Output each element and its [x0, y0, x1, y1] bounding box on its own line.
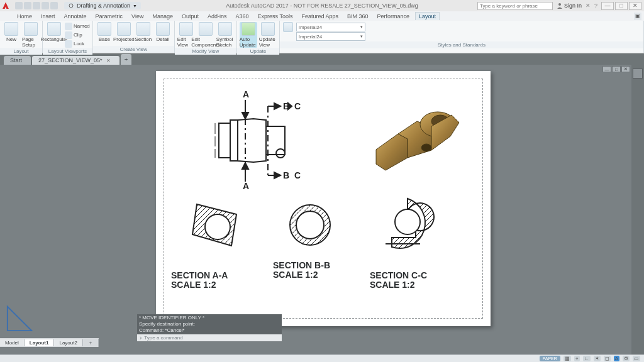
window-close[interactable]: ✕	[629, 2, 641, 10]
osnap-toggle-icon[interactable]: ◻	[604, 356, 611, 361]
tab-home[interactable]: Home	[14, 13, 35, 20]
panel-create-view: Base Projected Section Detail Create Vie…	[93, 21, 175, 53]
app-logo[interactable]	[0, 0, 11, 11]
vp-close[interactable]: ✕	[621, 66, 630, 72]
tab-layout[interactable]: Layout	[415, 12, 440, 20]
ucs-icon[interactable]	[5, 303, 35, 336]
doc-tab-current[interactable]: 27_SECTION_VIEW_05*✕	[32, 56, 119, 65]
qat-undo-icon[interactable]	[42, 2, 49, 9]
doc-tab-new[interactable]: ＋	[121, 54, 131, 65]
tab-featured[interactable]: Featured Apps	[298, 13, 341, 20]
lock-vp-button[interactable]: Lock	[65, 40, 90, 48]
tab-output[interactable]: Output	[179, 13, 202, 20]
space-toggle[interactable]: PAPER	[540, 356, 560, 361]
new-layout-button[interactable]: New	[3, 22, 20, 42]
quick-access-toolbar[interactable]	[15, 2, 58, 9]
update-view-button[interactable]: Update View	[259, 22, 277, 48]
layout-tab-layout2[interactable]: Layout2	[54, 339, 82, 346]
svg-marker-25	[288, 103, 292, 109]
tab-view[interactable]: View	[128, 13, 147, 20]
ribbon-collapse-icon[interactable]: ▣	[634, 13, 641, 20]
panel-title: Update	[237, 48, 279, 55]
styles-manager-button[interactable]	[282, 22, 294, 32]
document-tabs: Start 27_SECTION_VIEW_05*✕ ＋	[0, 53, 644, 65]
viewport-window-controls: — □ ✕	[602, 66, 630, 72]
svg-text:B: B	[283, 170, 289, 180]
qat-save-icon[interactable]	[33, 2, 40, 9]
ortho-toggle-icon[interactable]: ∟	[583, 356, 591, 361]
layout-tabs: Model Layout1 Layout2 ＋	[0, 338, 99, 347]
polar-toggle-icon[interactable]: ✶	[594, 356, 601, 361]
help-search-input[interactable]	[477, 2, 553, 10]
vp-restore[interactable]: □	[612, 66, 621, 72]
tab-manage[interactable]: Manage	[149, 13, 176, 20]
tab-express[interactable]: Express Tools	[255, 13, 296, 20]
svg-point-0	[69, 4, 73, 8]
drawing-area[interactable]: — □ ✕	[0, 65, 644, 354]
workspace-icon[interactable]: ⚙	[623, 356, 630, 361]
detail-view-button[interactable]: Detail	[154, 22, 172, 42]
detail-style-combo[interactable]: Imperial24	[296, 32, 365, 41]
sign-in-button[interactable]: Sign In	[557, 3, 582, 9]
panel-title: Modify View	[175, 48, 236, 55]
tab-insert[interactable]: Insert	[38, 13, 58, 20]
svg-point-5	[276, 149, 285, 158]
layout-tab-model[interactable]: Model	[0, 339, 25, 346]
qat-open-icon[interactable]	[24, 2, 31, 9]
command-input[interactable]: Type a command	[137, 334, 282, 341]
workspace-label: Drafting & Annotation	[77, 3, 130, 9]
section-style-combo[interactable]: Imperial24	[296, 23, 365, 31]
tab-bim360[interactable]: BIM 360	[344, 13, 372, 20]
window-minimize[interactable]: —	[601, 2, 614, 10]
navigation-bar[interactable]	[631, 65, 644, 354]
user-icon	[557, 3, 563, 9]
viewcube-icon[interactable]	[633, 69, 643, 79]
help-icon[interactable]: ?	[594, 3, 597, 9]
vp-minimize[interactable]: —	[602, 66, 611, 72]
layout-tab-layout1[interactable]: Layout1	[25, 339, 55, 346]
doc-tab-start[interactable]: Start	[4, 56, 31, 65]
svg-point-31	[296, 211, 324, 239]
symbol-sketch-button[interactable]: Symbol Sketch	[216, 22, 234, 48]
exchange-icon[interactable]: ✕	[586, 3, 591, 9]
named-vp-button[interactable]: Named	[65, 22, 90, 30]
projected-view-button[interactable]: Projected	[115, 22, 133, 42]
page-setup-button[interactable]: Page Setup	[22, 22, 40, 48]
tab-parametric[interactable]: Parametric	[92, 13, 126, 20]
window-maximize[interactable]: □	[615, 2, 628, 10]
parent-view-drawing: A A B B C C	[194, 89, 301, 189]
panel-layout: New Page Setup Layout	[0, 21, 43, 53]
anno-scale-icon[interactable]: A	[614, 356, 619, 361]
qat-redo-icon[interactable]	[50, 2, 58, 9]
auto-update-button[interactable]: Auto Update	[240, 22, 257, 48]
panel-modify-view: Edit View Edit Components Symbol Sketch …	[175, 21, 237, 53]
layout-tab-add[interactable]: ＋	[83, 339, 99, 347]
ribbon-tabs: Home Insert Annotate Parametric View Man…	[0, 11, 644, 21]
panel-title: Styles and Standards	[280, 41, 643, 48]
grid-toggle-icon[interactable]: ▦	[564, 356, 571, 361]
rectangular-viewport-button[interactable]: Rectangular	[45, 22, 63, 42]
status-bar: PAPER ▦ ⌖ ∟ ✶ ◻ A ⚙ ▭	[0, 354, 644, 362]
edit-components-button[interactable]: Edit Components	[197, 22, 214, 48]
workspace-switcher[interactable]: Drafting & Annotation ▼	[64, 2, 141, 9]
section-b-drawing	[279, 197, 341, 253]
close-icon[interactable]: ✕	[106, 58, 111, 63]
section-a-label: SECTION A-A SCALE 1:2	[171, 271, 228, 290]
svg-rect-3	[230, 120, 238, 161]
qat-new-icon[interactable]	[15, 2, 23, 9]
command-line[interactable]: * MOVE IDENTIFIER ONLY * Specify destina…	[137, 314, 282, 337]
tab-addins[interactable]: Add-ins	[204, 13, 230, 20]
base-view-button[interactable]: Base	[96, 22, 113, 42]
section-view-button[interactable]: Section	[135, 22, 152, 42]
tab-a360[interactable]: A360	[233, 13, 252, 20]
tab-annotate[interactable]: Annotate	[61, 13, 90, 20]
svg-point-29	[205, 214, 230, 239]
clip-vp-button[interactable]: Clip	[65, 31, 90, 39]
tab-performance[interactable]: Performance	[374, 13, 413, 20]
chevron-down-icon: ▼	[133, 4, 137, 8]
ribbon: New Page Setup Layout Rectangular Named …	[0, 21, 644, 53]
clean-screen-icon[interactable]: ▭	[633, 356, 640, 361]
svg-marker-10	[242, 112, 248, 119]
svg-marker-15	[274, 103, 280, 109]
snap-toggle-icon[interactable]: ⌖	[574, 356, 580, 361]
